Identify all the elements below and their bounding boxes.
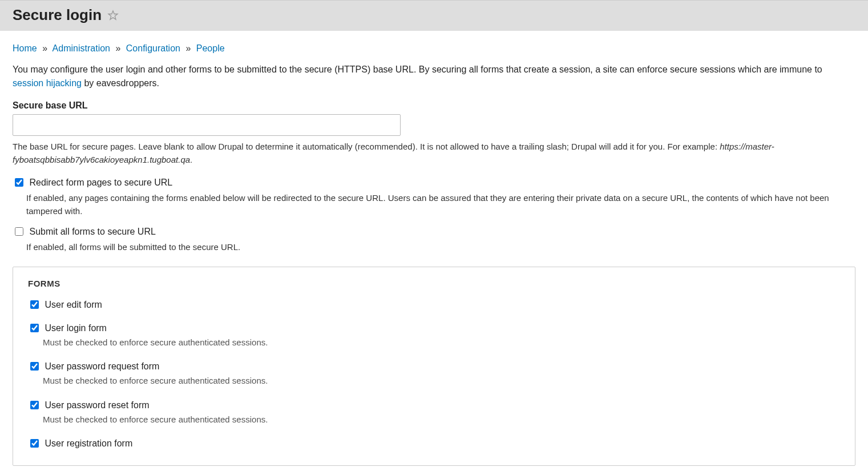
form-item-text: User edit form [45,300,102,309]
user-login-checkbox[interactable] [30,324,39,332]
submit-all-label-text: Submit all forms to secure URL [29,227,155,236]
form-item-label[interactable]: User password reset form [28,400,150,410]
user-password-request-checkbox[interactable] [30,362,39,371]
form-item-text: User password request form [45,361,159,371]
submit-all-checkbox[interactable] [15,227,23,236]
form-item-text: User login form [45,323,106,333]
form-item-label[interactable]: User password request form [28,361,159,371]
secure-base-url-input[interactable] [13,114,401,136]
redirect-checkbox-row: Redirect form pages to secure URL If ena… [13,176,855,218]
session-hijacking-link[interactable]: session hijacking [13,78,82,88]
redirect-checkbox-label[interactable]: Redirect form pages to secure URL [13,178,172,187]
page-title: Secure login [13,6,102,24]
breadcrumb-people[interactable]: People [196,43,225,53]
redirect-description: If enabled, any pages containing the for… [26,192,855,218]
breadcrumb-sep: » [185,43,191,53]
submit-all-checkbox-row: Submit all forms to secure URL If enable… [13,226,855,254]
intro-part1: You may configure the user login and oth… [13,65,822,74]
form-item-user-login: User login form Must be checked to enfor… [28,322,840,349]
form-item-user-registration: User registration form [28,437,840,449]
secure-base-url-label: Secure base URL [13,100,855,111]
form-item-label[interactable]: User login form [28,323,107,333]
submit-all-checkbox-label[interactable]: Submit all forms to secure URL [13,227,156,236]
form-item-user-password-reset: User password reset form Must be checked… [28,399,840,426]
form-item-desc: Must be checked to enforce secure authen… [43,413,840,426]
form-item-text: User registration form [45,438,132,448]
user-edit-checkbox[interactable] [30,300,39,309]
form-item-label[interactable]: User edit form [28,300,102,309]
secure-base-url-description: The base URL for secure pages. Leave bla… [13,140,855,166]
form-item-label[interactable]: User registration form [28,438,132,448]
redirect-label-text: Redirect form pages to secure URL [29,178,172,187]
breadcrumb-configuration[interactable]: Configuration [126,43,180,53]
forms-fieldset: FORMS User edit form User login form Mus… [13,267,855,466]
breadcrumb: Home » Administration » Configuration » … [13,43,855,54]
header-bar: Secure login [0,0,868,31]
desc-text-end: . [190,155,192,164]
submit-all-description: If enabled, all forms will be submitted … [26,241,855,254]
form-item-desc: Must be checked to enforce secure authen… [43,375,840,388]
intro-part2: by eavesdroppers. [82,78,159,88]
svg-marker-0 [108,11,118,19]
form-item-desc: Must be checked to enforce secure authen… [43,336,840,349]
breadcrumb-sep: » [115,43,120,53]
breadcrumb-sep: » [42,43,47,53]
breadcrumb-administration[interactable]: Administration [53,43,110,53]
breadcrumb-home[interactable]: Home [13,43,37,53]
content-region: Home » Administration » Configuration » … [0,31,868,475]
star-icon[interactable] [107,10,119,21]
form-item-user-edit: User edit form [28,299,840,311]
intro-text: You may configure the user login and oth… [13,63,855,90]
forms-legend: FORMS [28,279,840,288]
redirect-checkbox[interactable] [15,178,23,187]
form-item-text: User password reset form [45,400,149,410]
forms-list: User edit form User login form Must be c… [28,299,840,450]
user-password-reset-checkbox[interactable] [30,401,39,409]
user-registration-checkbox[interactable] [30,439,39,448]
secure-base-url-item: Secure base URL The base URL for secure … [13,100,855,166]
form-item-user-password-request: User password request form Must be check… [28,360,840,388]
desc-text: The base URL for secure pages. Leave bla… [13,142,720,151]
